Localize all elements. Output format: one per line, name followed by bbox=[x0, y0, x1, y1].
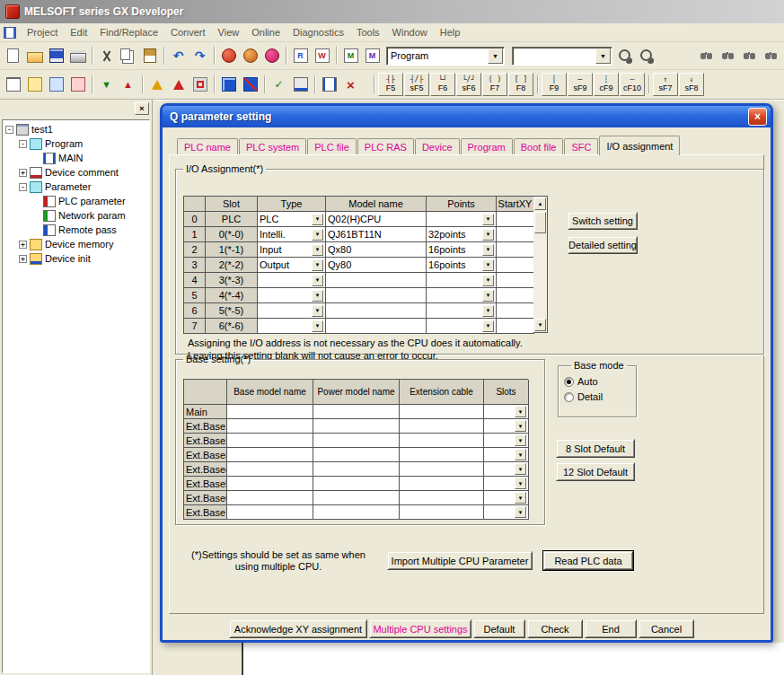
model-name-cell[interactable] bbox=[326, 273, 427, 288]
slots-cell[interactable] bbox=[484, 419, 529, 434]
fkey-button[interactable]: [ ] F8 bbox=[508, 73, 533, 96]
points-cell[interactable] bbox=[427, 288, 497, 303]
slots-cell[interactable] bbox=[484, 477, 529, 491]
cut-icon[interactable] bbox=[96, 46, 117, 66]
mdi-child-icon[interactable] bbox=[4, 27, 16, 39]
tab[interactable]: Boot file bbox=[514, 138, 564, 155]
base-model-name-cell[interactable] bbox=[227, 505, 313, 520]
fkey-button[interactable]: └/┘ sF6 bbox=[456, 73, 481, 96]
chevron-down-icon[interactable] bbox=[515, 506, 526, 518]
comment-edit-icon[interactable] bbox=[24, 75, 45, 94]
tree-item[interactable]: + Device memory bbox=[3, 237, 149, 251]
multiple-cpu-settings-button[interactable]: Multiple CPU settings bbox=[369, 619, 471, 638]
tree-item[interactable]: - test1 bbox=[3, 122, 149, 136]
fkey-button[interactable]: ┄ cF10 bbox=[620, 73, 645, 96]
chevron-down-icon[interactable] bbox=[482, 290, 494, 302]
model-name-cell[interactable] bbox=[326, 319, 427, 334]
model-name-cell[interactable]: Qy80 bbox=[326, 258, 427, 273]
read-plc-data-button[interactable]: Read PLC data bbox=[543, 551, 633, 570]
fkey-button[interactable]: │ F9 bbox=[542, 73, 567, 96]
default-button[interactable]: Default bbox=[473, 619, 525, 638]
type-cell[interactable] bbox=[258, 288, 326, 303]
clear-icon[interactable] bbox=[340, 75, 361, 94]
close-icon[interactable] bbox=[135, 102, 149, 115]
new-project-icon[interactable] bbox=[3, 46, 23, 66]
slots-cell[interactable] bbox=[484, 405, 529, 419]
tab[interactable]: PLC name bbox=[177, 138, 238, 155]
startxy-cell[interactable] bbox=[497, 258, 534, 273]
detailed-setting-button[interactable]: Detailed setting bbox=[568, 236, 638, 254]
model-name-cell[interactable]: Q02(H)CPU bbox=[326, 212, 427, 227]
read-mode-icon[interactable] bbox=[290, 46, 311, 66]
chevron-down-icon[interactable] bbox=[312, 259, 323, 271]
model-name-cell[interactable] bbox=[326, 288, 427, 303]
points-cell[interactable]: 16points bbox=[427, 258, 497, 273]
program-check-icon[interactable] bbox=[319, 75, 339, 94]
chevron-down-icon[interactable] bbox=[488, 48, 503, 64]
tree-item[interactable]: - Parameter bbox=[3, 180, 149, 194]
monitor-start-icon[interactable] bbox=[218, 75, 239, 94]
type-cell[interactable]: PLC bbox=[258, 212, 326, 227]
power-model-name-cell[interactable] bbox=[313, 477, 400, 491]
ladder-display-icon[interactable] bbox=[218, 46, 239, 66]
startxy-cell[interactable] bbox=[497, 242, 534, 258]
type-cell[interactable]: Output bbox=[258, 258, 326, 273]
tab[interactable]: Program bbox=[461, 138, 513, 155]
type-cell[interactable]: Input bbox=[258, 242, 326, 258]
points-cell[interactable] bbox=[427, 212, 497, 227]
cancel-button[interactable]: Cancel bbox=[639, 619, 694, 638]
extension-cable-cell[interactable] bbox=[400, 419, 484, 434]
chevron-down-icon[interactable] bbox=[515, 420, 526, 432]
tab[interactable]: SFC bbox=[564, 138, 598, 155]
startxy-cell[interactable] bbox=[497, 303, 534, 319]
type-cell[interactable]: Intelli. bbox=[258, 227, 326, 242]
slots-cell[interactable] bbox=[484, 448, 529, 462]
fkey-button[interactable]: ( ) F7 bbox=[482, 73, 507, 96]
type-cell[interactable] bbox=[258, 273, 326, 288]
menu-item[interactable]: Project bbox=[21, 25, 64, 39]
program-type-combo[interactable]: Program bbox=[386, 47, 505, 66]
points-cell[interactable] bbox=[427, 303, 497, 319]
chevron-down-icon[interactable] bbox=[482, 244, 494, 256]
fkey-button[interactable]: ─ sF9 bbox=[568, 73, 593, 96]
base-model-name-cell[interactable] bbox=[227, 419, 313, 434]
startxy-cell[interactable] bbox=[497, 273, 534, 288]
switch-setting-button[interactable]: Switch setting bbox=[568, 212, 638, 230]
monitor-write-mode-icon[interactable] bbox=[362, 46, 383, 66]
fkey-button[interactable]: ┆ cF9 bbox=[594, 73, 619, 96]
tree-expander[interactable]: - bbox=[19, 183, 27, 191]
end-button[interactable]: End bbox=[585, 619, 637, 638]
tree-item[interactable]: MAIN bbox=[3, 151, 149, 165]
chevron-down-icon[interactable] bbox=[312, 244, 323, 256]
tree-expander[interactable]: + bbox=[19, 241, 27, 249]
chevron-down-icon[interactable] bbox=[312, 305, 323, 317]
zoom-out-icon[interactable] bbox=[638, 46, 658, 66]
chevron-down-icon[interactable] bbox=[482, 320, 494, 332]
device-test-icon[interactable] bbox=[269, 75, 289, 94]
copy-icon[interactable] bbox=[118, 46, 138, 66]
track-edit-icon[interactable] bbox=[189, 75, 210, 94]
power-model-name-cell[interactable] bbox=[313, 462, 400, 477]
base-model-name-cell[interactable] bbox=[227, 434, 313, 448]
chevron-down-icon[interactable] bbox=[482, 259, 494, 271]
slots-cell[interactable] bbox=[484, 462, 529, 477]
fkey-button[interactable]: ↓ sF8 bbox=[679, 73, 704, 96]
online-read-icon[interactable] bbox=[96, 75, 117, 94]
chevron-down-icon[interactable] bbox=[482, 214, 494, 225]
fkey-button[interactable]: ┤/├ sF5 bbox=[404, 73, 429, 96]
type-cell[interactable] bbox=[258, 319, 326, 334]
model-name-cell[interactable]: Qx80 bbox=[326, 242, 427, 258]
base-model-name-cell[interactable] bbox=[227, 448, 313, 462]
comment-display-icon[interactable] bbox=[261, 46, 282, 66]
chevron-down-icon[interactable] bbox=[482, 275, 494, 286]
menu-item[interactable]: Help bbox=[434, 25, 467, 39]
tree-expander[interactable]: + bbox=[19, 255, 27, 263]
startxy-cell[interactable] bbox=[497, 288, 534, 303]
chevron-down-icon[interactable] bbox=[515, 492, 526, 504]
base-model-name-cell[interactable] bbox=[227, 491, 313, 505]
extension-cable-cell[interactable] bbox=[400, 448, 484, 462]
find-device-icon[interactable] bbox=[696, 46, 717, 66]
chevron-down-icon[interactable] bbox=[312, 214, 323, 225]
tree-expander[interactable]: - bbox=[19, 140, 27, 148]
zoom-in-icon[interactable] bbox=[616, 46, 637, 66]
